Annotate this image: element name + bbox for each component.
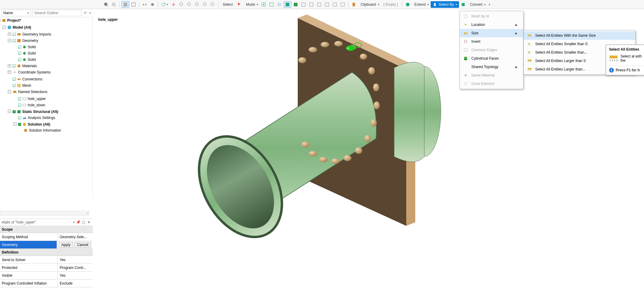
undock-icon[interactable]: ▢ [81, 220, 86, 224]
tree-geom-imports[interactable]: Geometry Imports [22, 31, 51, 37]
details-label: Geometry [0, 241, 57, 248]
element-select-icon[interactable] [300, 1, 307, 8]
svg-point-29 [211, 3, 214, 6]
wireframe-icon[interactable] [130, 1, 137, 8]
main-toolbar: Select Mode Clipboard [ Empty ] Extend S… [0, 0, 644, 9]
element-face-select-icon[interactable] [308, 1, 315, 8]
convert-icon[interactable] [460, 1, 467, 8]
zoom-out-icon[interactable] [110, 1, 118, 8]
expand-toggle[interactable]: − [8, 39, 11, 42]
tree-hole-upper[interactable]: hole_upper [28, 96, 46, 102]
pan-icon[interactable] [170, 1, 177, 8]
tree-hole-down[interactable]: hole_down [28, 102, 45, 108]
filter-more-icon[interactable]: ▾ [89, 11, 92, 14]
search-input[interactable] [32, 10, 82, 16]
details-value[interactable]: Yes [58, 272, 93, 279]
node-select-icon[interactable] [292, 1, 299, 8]
zoom-fit-icon[interactable] [178, 1, 185, 8]
tree-solid[interactable]: Solid [28, 50, 36, 56]
face-select-icon[interactable] [276, 1, 283, 8]
tree-connections[interactable]: Connections [22, 76, 42, 82]
tree-solution-info[interactable]: Solution Information [29, 127, 61, 133]
menu-cylindrical-faces[interactable]: Cylindrical Faces [460, 54, 523, 63]
select-mode-pointer-icon[interactable] [236, 1, 243, 8]
details-row-visible[interactable]: Visible Yes [0, 272, 93, 279]
edge-select-icon[interactable] [268, 1, 275, 8]
tree-solid[interactable]: Solid [28, 44, 36, 50]
zoom-in-icon[interactable] [102, 1, 110, 8]
expand-toggle[interactable]: − [13, 122, 17, 126]
tree-solid[interactable]: Solid [28, 57, 36, 63]
details-group-definition[interactable]: Definition [0, 249, 93, 256]
rotate-icon[interactable] [160, 1, 169, 8]
outline-tree[interactable]: − Project* − Model (A4) + [0, 17, 93, 198]
menu-location[interactable]: Location ▶ [460, 20, 523, 29]
clipboard-icon[interactable] [350, 1, 357, 8]
expand-toggle[interactable]: + [8, 64, 11, 67]
convert-dropdown[interactable]: Convert [467, 1, 487, 8]
expand-toggle[interactable]: + [8, 70, 11, 74]
details-row-scoping-method[interactable]: Scoping Method Geometry Sele... [0, 233, 93, 241]
details-value[interactable]: Geometry Sele... [58, 233, 93, 241]
assembly-icon[interactable] [149, 1, 156, 8]
body-select-icon[interactable] [284, 1, 291, 8]
zoom-sel-icon[interactable] [201, 1, 209, 8]
menu-shared-topology[interactable]: Shared Topology ▶ [460, 63, 523, 71]
svg-rect-36 [302, 3, 305, 6]
solution-icon [22, 122, 27, 126]
menu-size[interactable]: Size ▶ [460, 29, 523, 37]
toolbar-icon[interactable] [316, 1, 323, 8]
menu-same-size[interactable]: Select All Entities With the Same Size [524, 31, 635, 40]
details-row-protected[interactable]: Protected Program Contr... [0, 264, 93, 272]
expand-toggle[interactable]: − [0, 19, 0, 22]
details-group-scope[interactable]: Scope [0, 226, 93, 233]
tree-mesh[interactable]: Mesh [22, 83, 31, 89]
expand-toggle[interactable]: − [8, 90, 11, 93]
shaded-icon[interactable] [121, 1, 129, 8]
toolbar-icon[interactable] [331, 1, 338, 8]
refresh-icon[interactable]: ⟳ [83, 10, 88, 16]
svg-rect-0 [2, 19, 6, 22]
mode-dropdown[interactable]: Mode [243, 1, 259, 8]
explode-icon[interactable] [141, 1, 148, 8]
toolbar-icon[interactable] [339, 1, 346, 8]
filter-name-dropdown[interactable]: Name [1, 10, 31, 16]
zoom-all-icon[interactable] [209, 1, 216, 8]
toolbar-icon[interactable] [323, 1, 331, 8]
cancel-button[interactable]: Cancel [74, 242, 91, 248]
expand-toggle[interactable]: − [8, 110, 11, 113]
zoom-prev-icon[interactable] [193, 1, 201, 8]
extend-icon[interactable] [404, 1, 411, 8]
extend-dropdown[interactable]: Extend [412, 1, 430, 8]
close-icon[interactable]: ✕ [87, 220, 91, 224]
details-value[interactable]: Yes [58, 256, 93, 263]
tree-materials[interactable]: Materials [22, 63, 37, 69]
details-row-geometry[interactable]: Geometry Apply Cancel [0, 241, 93, 249]
clipboard-dropdown[interactable]: Clipboard [358, 1, 380, 8]
tree-named-sel[interactable]: Named Selections [18, 89, 47, 95]
select-by-dropdown[interactable]: Select By [431, 1, 459, 8]
details-row-prog-ctrl-inflation[interactable]: Program Controlled Inflation Exclude [0, 279, 93, 287]
vertex-select-icon[interactable] [260, 1, 267, 8]
tree-solution[interactable]: Solution (A6) [28, 121, 50, 127]
pin-icon[interactable]: 📌 [76, 220, 80, 224]
tree-model[interactable]: Model (A4) [13, 24, 31, 30]
invert-icon [463, 39, 468, 44]
toolbar-more-icon[interactable]: ▾ [488, 3, 492, 6]
tree-project[interactable]: Project* [7, 17, 21, 23]
outline-h-scrollbar[interactable]: › [0, 211, 89, 216]
dropdown-icon[interactable]: ▾ [73, 221, 75, 224]
expand-toggle[interactable]: + [8, 33, 11, 36]
menu-invert[interactable]: Invert [460, 37, 523, 46]
apply-button[interactable]: Apply [59, 242, 73, 248]
select-button[interactable]: Select [220, 1, 235, 8]
tree-analysis-settings[interactable]: Analysis Settings [28, 115, 55, 121]
tree-static-structural[interactable]: Static Structural (A5) [22, 109, 58, 115]
details-value[interactable]: Exclude [58, 279, 93, 287]
details-value[interactable]: Program Contr... [58, 264, 93, 271]
expand-toggle[interactable]: − [2, 26, 6, 29]
details-row-send-to-solver[interactable]: Send to Solver Yes [0, 256, 93, 264]
tree-geometry[interactable]: Geometry [22, 38, 38, 44]
zoom-window-icon[interactable] [186, 1, 193, 8]
tree-coord-sys[interactable]: Coordinate Systems [18, 69, 51, 75]
